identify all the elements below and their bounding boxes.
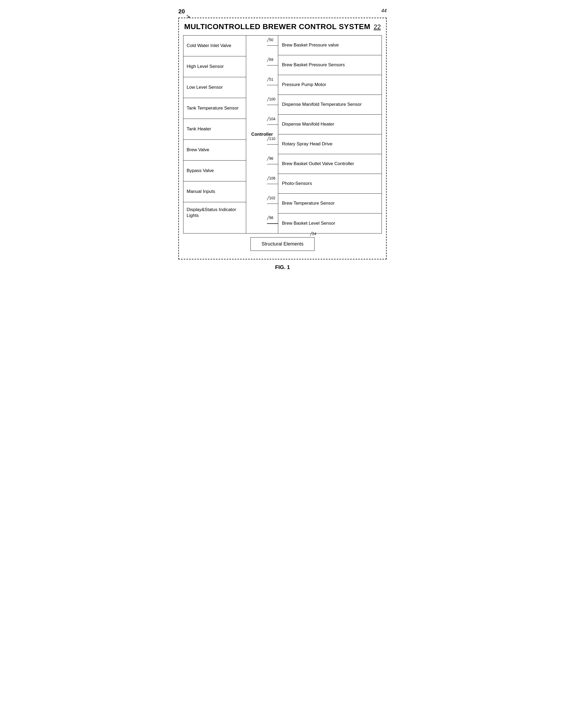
- right-column: ╱50Brew Basket Pressure valve╱69Brew Bas…: [278, 36, 381, 233]
- ref-number: ╱102: [267, 196, 275, 200]
- component-label: Brew Basket Level Sensor: [282, 220, 335, 226]
- structural-ref: ╱24: [310, 232, 316, 236]
- component-label: Dispense Manifold Temperature Sensor: [282, 102, 361, 107]
- component-label: Tank Heater: [187, 126, 211, 132]
- component-label: Bypass Valve: [187, 168, 214, 174]
- left-component-cell: ╱34Tank Temperature Sensor: [184, 98, 246, 119]
- component-label: Pressure Pump Motor: [282, 82, 326, 88]
- structural-row: Structural Elements ╱24: [183, 233, 382, 255]
- right-component-cell: ╱69Brew Basket Pressure Sensors: [278, 55, 381, 75]
- component-label: Tank Temperature Sensor: [187, 105, 239, 111]
- diagram-title: MULTICONTROLLED BREWER CONTROL SYSTEM: [184, 22, 370, 31]
- page-wrapper: 20 ↘ 44 MULTICONTROLLED BREWER CONTROL S…: [178, 8, 387, 270]
- right-component-cell: ╱104Dispense Manifold Heater: [278, 115, 381, 134]
- structural-label: Structural Elements: [262, 241, 303, 247]
- left-component-cell: ╱32Low Level Sensor: [184, 77, 246, 98]
- component-label: Rotary Spray Head Drive: [282, 141, 332, 147]
- left-component-cell: ╱37Brew Valve: [184, 140, 246, 161]
- ref-number: ╱96: [267, 156, 274, 161]
- structural-elements-box: Structural Elements ╱24: [251, 237, 314, 251]
- outer-border: MULTICONTROLLED BREWER CONTROL SYSTEM 22…: [178, 18, 387, 259]
- ref-number: ╱69: [267, 57, 274, 62]
- component-label: Brew Basket Pressure Sensors: [282, 62, 345, 68]
- component-label: Photo-Sensors: [282, 181, 312, 186]
- component-label: High Level Sensor: [187, 64, 224, 69]
- component-label: Brew Basket Outlet Valve Controller: [282, 161, 354, 167]
- right-component-cell: ╱98Brew Basket Level Sensor: [278, 213, 381, 233]
- component-label: Manual Inputs: [187, 189, 215, 194]
- system-number: 22: [373, 23, 381, 30]
- right-component-cell: ╱51Pressure Pump Motor: [278, 75, 381, 95]
- component-label: Display&Status Indicator Lights: [187, 207, 243, 219]
- ref-number: ╱50: [267, 38, 274, 42]
- right-component-cell: ╱106Photo-Sensors: [278, 174, 381, 194]
- ref-44: 44: [381, 8, 387, 14]
- left-component-cell: ╱36Tank Heater: [184, 119, 246, 140]
- ref-number: ╱104: [267, 117, 275, 121]
- left-component-cell: ╱28Cold Water Inlet Valve: [184, 36, 246, 56]
- ref-number: ╱100: [267, 97, 275, 101]
- right-component-cell: ╱96Brew Basket Outlet Valve Controller: [278, 154, 381, 174]
- left-column: ╱28Cold Water Inlet Valve╱30High Level S…: [184, 36, 246, 233]
- component-label: Brew Valve: [187, 147, 209, 153]
- component-label: Brew Temperature Sensor: [282, 200, 334, 206]
- right-component-cell: ╱50Brew Basket Pressure valve: [278, 36, 381, 55]
- main-diagram: ╱28Cold Water Inlet Valve╱30High Level S…: [183, 35, 382, 233]
- left-component-cell: ╱42Display&Status Indicator Lights: [184, 202, 246, 223]
- ref-number: ╱98: [267, 216, 274, 220]
- controller-label: Controller: [251, 132, 273, 137]
- ref-20: 20: [178, 8, 185, 15]
- right-component-cell: ╱100Dispense Manifold Temperature Sensor: [278, 95, 381, 115]
- component-label: Low Level Sensor: [187, 84, 223, 90]
- ref-number: ╱51: [267, 77, 274, 81]
- fig-label: FIG. 1: [178, 264, 387, 270]
- ref-number: ╱106: [267, 176, 275, 180]
- right-component-cell: ╱102Brew Temperature Sensor: [278, 194, 381, 213]
- component-label: Dispense Manifold Heater: [282, 121, 334, 127]
- left-component-cell: ╱40Manual Inputs: [184, 181, 246, 202]
- left-component-cell: ╱30High Level Sensor: [184, 56, 246, 77]
- right-component-cell: ╱110Rotary Spray Head Drive: [278, 134, 381, 154]
- component-label: Cold Water Inlet Valve: [187, 43, 231, 49]
- ref-number: ╱110: [267, 137, 275, 141]
- component-label: Brew Basket Pressure valve: [282, 42, 339, 48]
- title-row: MULTICONTROLLED BREWER CONTROL SYSTEM 22: [183, 22, 382, 31]
- left-component-cell: ╱38Bypass Valve: [184, 161, 246, 181]
